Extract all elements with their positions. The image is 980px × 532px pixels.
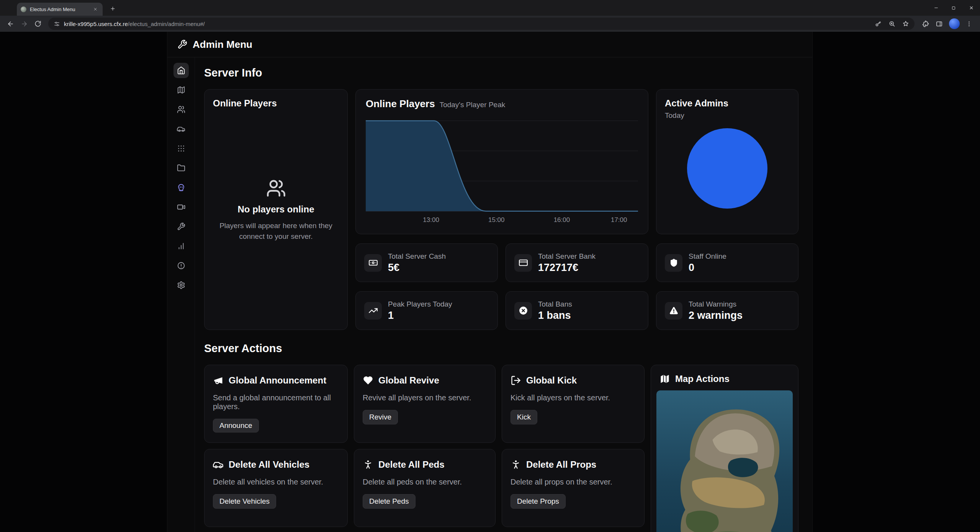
- sidebar-stats-button[interactable]: [173, 238, 189, 254]
- action-title: Global Announcement: [229, 375, 326, 386]
- stat-value: 1 bans: [538, 310, 572, 321]
- trending-up-icon: [368, 306, 378, 315]
- url-domain: krille-x995p5.users.cfx.re: [64, 21, 128, 27]
- heart-icon: [363, 375, 373, 386]
- reload-icon[interactable]: [31, 17, 44, 30]
- car-icon: [213, 459, 224, 470]
- browser-tab[interactable]: Electus Admin Menu: [17, 3, 103, 16]
- action-title: Delete All Vehicles: [229, 459, 309, 470]
- action-card-delete-peds: Delete All Peds Delete all peds on the s…: [354, 449, 496, 527]
- stat-label: Peak Players Today: [388, 300, 452, 308]
- window-minimize-button[interactable]: [927, 0, 945, 16]
- chart-header: Online Players Today's Player Peak: [366, 98, 638, 110]
- circle-x-icon: [519, 306, 528, 315]
- zoom-icon[interactable]: [888, 20, 895, 27]
- forward-icon[interactable]: [18, 17, 31, 30]
- active-admins-subtitle: Today: [665, 111, 790, 120]
- stat-card-staff-online: Staff Online 0: [656, 243, 798, 282]
- app-header: Admin Menu: [167, 32, 812, 57]
- action-card-delete-vehicles: Delete All Vehicles Delete all vehicles …: [204, 449, 348, 527]
- sidebar-map-button[interactable]: [173, 82, 189, 98]
- sidebar-skull-button[interactable]: [173, 180, 189, 195]
- server-actions-heading: Server Actions: [204, 342, 798, 355]
- stat-card-total-bans: Total Bans 1 bans: [506, 291, 648, 330]
- kick-button[interactable]: Kick: [510, 410, 537, 424]
- window-controls: [927, 0, 980, 16]
- side-panel-icon[interactable]: [936, 20, 943, 28]
- chart-subtitle: Today's Player Peak: [440, 101, 506, 109]
- grid-dots-icon: [177, 144, 185, 153]
- delete-props-button[interactable]: Delete Props: [510, 494, 566, 509]
- delete-peds-button[interactable]: Delete Peds: [363, 494, 416, 509]
- profile-avatar[interactable]: [949, 18, 960, 29]
- toolbar-right: [918, 18, 976, 29]
- key-icon[interactable]: [875, 20, 882, 27]
- map-icon: [177, 86, 185, 94]
- main-content: Server Info Online Players No players on…: [195, 57, 812, 532]
- map-image[interactable]: [656, 390, 793, 532]
- server-info-heading: Server Info: [204, 67, 798, 79]
- sidebar-grid-button[interactable]: [173, 141, 189, 156]
- empty-state: No players online Players will appear he…: [213, 109, 339, 321]
- extensions-icon[interactable]: [922, 20, 929, 28]
- tab-favicon-icon: [21, 7, 26, 12]
- action-description: Delete all peds on the server.: [363, 478, 462, 486]
- url-bar[interactable]: krille-x995p5.users.cfx.re/electus_admin…: [48, 18, 915, 30]
- admin-app: Admin Menu: [167, 32, 813, 532]
- online-players-card: Online Players No players online Players…: [204, 89, 348, 330]
- empty-state-description: Players will appear here when they conne…: [219, 220, 334, 242]
- stat-card-total-server-cash: Total Server Cash 5€: [355, 243, 498, 282]
- area-chart-svg: [366, 116, 638, 214]
- window-close-button[interactable]: [962, 0, 980, 16]
- sidebar-tools-button[interactable]: [173, 219, 189, 234]
- sidebar-files-button[interactable]: [173, 160, 189, 176]
- video-icon: [177, 203, 185, 211]
- tab-close-icon[interactable]: [92, 6, 99, 13]
- action-title: Delete All Peds: [378, 459, 445, 470]
- map-icon: [659, 374, 670, 384]
- x-tick: 16:00: [554, 216, 570, 224]
- admins-pie-chart: [687, 128, 767, 209]
- sidebar-players-button[interactable]: [173, 102, 189, 117]
- stat-label: Staff Online: [689, 252, 726, 261]
- action-title: Delete All Props: [526, 459, 596, 470]
- back-icon[interactable]: [4, 17, 17, 30]
- announce-button[interactable]: Announce: [213, 419, 259, 432]
- kebab-menu-icon[interactable]: [966, 21, 972, 27]
- sidebar-vehicles-button[interactable]: [173, 121, 189, 137]
- sidebar-home-button[interactable]: [173, 63, 189, 78]
- stat-label: Total Server Cash: [388, 252, 446, 261]
- server-info-grid: Online Players No players online Players…: [204, 89, 798, 330]
- active-admins-title: Active Admins: [665, 98, 790, 109]
- action-description: Send a global announcement to all player…: [213, 393, 339, 411]
- delete-vehicles-button[interactable]: Delete Vehicles: [213, 494, 276, 509]
- action-card-global-announcement: Global Announcement Send a global announ…: [204, 365, 348, 443]
- triangle-alert-icon: [669, 306, 679, 315]
- map-actions-title: Map Actions: [675, 374, 730, 384]
- sidebar-settings-button[interactable]: [173, 277, 189, 293]
- bookmark-star-icon[interactable]: [902, 20, 909, 27]
- player-peak-chart-card: Online Players Today's Player Peak: [355, 89, 648, 234]
- browser-tabstrip: Electus Admin Menu: [0, 0, 980, 16]
- page-background: Admin Menu: [0, 32, 980, 532]
- omnibox-actions: [875, 20, 909, 27]
- stat-value: 0: [689, 262, 726, 274]
- map-actions-card: Map Actions: [651, 365, 798, 532]
- new-tab-button[interactable]: [107, 3, 118, 14]
- users-icon: [177, 105, 185, 114]
- revive-button[interactable]: Revive: [363, 410, 398, 424]
- log-out-icon: [510, 375, 521, 386]
- stat-card-total-warnings: Total Warnings 2 warnings: [656, 291, 798, 330]
- wrench-icon: [177, 222, 185, 231]
- window-maximize-button[interactable]: [945, 0, 962, 16]
- home-icon: [177, 66, 185, 75]
- x-tick: 15:00: [488, 216, 505, 224]
- stat-label: Total Bans: [538, 300, 572, 308]
- sidebar-reports-button[interactable]: [173, 258, 189, 273]
- site-settings-icon[interactable]: [54, 21, 60, 27]
- sidebar-camera-button[interactable]: [173, 199, 189, 215]
- stat-value: 1: [388, 310, 452, 321]
- online-players-title: Online Players: [213, 98, 339, 109]
- stat-value: 5€: [388, 262, 446, 274]
- megaphone-icon: [213, 375, 224, 386]
